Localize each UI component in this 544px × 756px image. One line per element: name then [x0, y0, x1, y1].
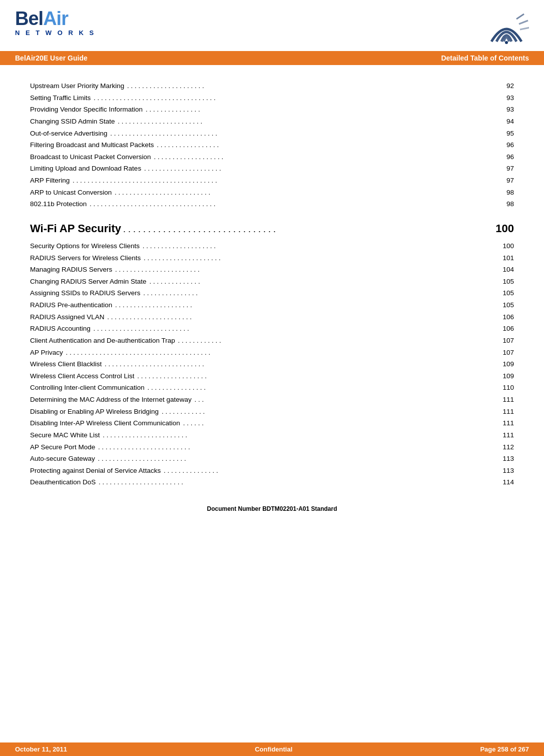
toc-row-deauth-dos: Deauthentication DoS . . . . . . . . . .… — [30, 476, 514, 488]
toc-page: 111 — [502, 406, 514, 418]
toc-row-changing-radius: Changing RADIUS Server Admin State . . .… — [30, 276, 514, 288]
toc-label: Wireless Client Access Control List — [30, 370, 135, 382]
footer-doc-number: Document Number BDTM02201-A01 Standard — [0, 503, 544, 514]
toc-dots: . . . . . . . . . . . . . . . . . . . — [136, 370, 502, 382]
footer-date: October 11, 2011 — [15, 745, 67, 753]
toc-label: Setting Traffic Limits — [30, 92, 91, 104]
toc-label: Limiting Upload and Download Rates — [30, 163, 141, 175]
section-heading-wifi-ap: Wi-Fi AP Security . . . . . . . . . . . … — [30, 222, 514, 235]
toc-label: Controlling Inter-client Communication — [30, 382, 145, 394]
toc-row-blacklist: Wireless Client Blacklist . . . . . . . … — [30, 358, 514, 370]
toc-page: 111 — [502, 417, 514, 429]
toc-row-denial-of-service: Protecting against Denial of Service Att… — [30, 465, 514, 477]
toc-page: 106 — [502, 323, 514, 335]
toc-row-vendor: Providing Vendor Specific Information . … — [30, 104, 514, 116]
toc-row-limiting: Limiting Upload and Download Rates . . .… — [30, 163, 514, 175]
toc-row-mac-address: Determining the MAC Address of the Inter… — [30, 394, 514, 406]
logo-bel: Bel — [15, 8, 43, 29]
toc-page: 101 — [502, 252, 514, 264]
toc-page: 109 — [502, 358, 514, 370]
toc-dots: . . . . . . . . . . . . . . . . . . . . … — [125, 80, 505, 92]
toc-row-ap-privacy: AP Privacy . . . . . . . . . . . . . . .… — [30, 347, 514, 359]
toc-dots: . . . . . . . . . . . . . . . . . . . . — [141, 240, 501, 252]
toc-label: Managing RADIUS Servers — [30, 264, 112, 276]
banner-title: BelAir20E User Guide — [15, 54, 88, 62]
toc-dots: . . . . . . . . . . . . . . . . . . . . … — [109, 128, 505, 140]
toc-row-client-auth: Client Authentication and De-authenticat… — [30, 335, 514, 347]
toc-page: 93 — [506, 104, 514, 116]
toc-row-ssid-admin: Changing SSID Admin State . . . . . . . … — [30, 116, 514, 128]
toc-row-broadcast: Broadcast to Unicast Packet Conversion .… — [30, 151, 514, 163]
toc-label: Wireless Client Blacklist — [30, 358, 102, 370]
orange-banner: BelAir20E User Guide Detailed Table of C… — [0, 51, 544, 65]
svg-line-2 — [519, 21, 528, 24]
toc-label: Filtering Broadcast and Multicast Packet… — [30, 139, 154, 151]
toc-label: Deauthentication DoS — [30, 476, 96, 488]
toc-page: 107 — [502, 347, 514, 359]
toc-label: RADIUS Accounting — [30, 323, 91, 335]
toc-dots: . . . . . . . . . . . . . . . . . . . . … — [142, 163, 505, 175]
toc-page: 109 — [502, 370, 514, 382]
toc-label: 802.11b Protection — [30, 198, 87, 210]
toc-dots: . . . . . . . . . . . . — [176, 335, 502, 347]
toc-dots: . . . . . . . . . . . . . . . . . . . . … — [116, 116, 505, 128]
svg-line-1 — [516, 14, 524, 19]
toc-label: ARP Filtering — [30, 175, 70, 187]
toc-page: 105 — [502, 287, 514, 299]
toc-dots: . . . . . . . . . . . . . . . . . . . . … — [113, 187, 505, 199]
toc-dots: . . . . . . . . . . . . . . . . . . . . … — [96, 453, 502, 465]
toc-label: Assigning SSIDs to RADIUS Servers — [30, 287, 141, 299]
toc-page: 94 — [506, 116, 514, 128]
toc-dots: . . . . . . . . . . . . . . . . . . . . … — [92, 323, 502, 335]
toc-label: AP Privacy — [30, 347, 63, 359]
footer: October 11, 2011 Confidential Page 258 o… — [0, 742, 544, 756]
toc-dots: . . . — [193, 394, 502, 406]
toc-label: Secure MAC White List — [30, 429, 100, 441]
toc-page: 95 — [506, 128, 514, 140]
toc-label: Client Authentication and De-authenticat… — [30, 335, 175, 347]
toc-page: 96 — [506, 139, 514, 151]
toc-page: 93 — [506, 92, 514, 104]
toc-row-arp-filtering: ARP Filtering . . . . . . . . . . . . . … — [30, 175, 514, 187]
toc-dots: . . . . . . . . . . . . . . . . . . . . … — [97, 476, 501, 488]
toc-dots: . . . . . . . . . . . . . . . . . — [155, 139, 505, 151]
toc-row-radius-servers: RADIUS Servers for Wireless Clients . . … — [30, 252, 514, 264]
footer-confidential: Confidential — [255, 745, 292, 753]
toc-dots: . . . . . . . . . . . . . . . . . . . . … — [92, 92, 505, 104]
toc-page: 107 — [502, 335, 514, 347]
toc-page: 104 — [502, 264, 514, 276]
toc-dots: . . . . . . . . . . . . . . — [148, 276, 502, 288]
toc-dots: . . . . . . . . . . . . . . . . . . . . … — [106, 311, 502, 323]
toc-row-radius-accounting: RADIUS Accounting . . . . . . . . . . . … — [30, 323, 514, 335]
toc-row-out-of-service: Out-of-service Advertising . . . . . . .… — [30, 128, 514, 140]
header: BelAir N E T W O R K S — [0, 0, 544, 51]
toc-dots: . . . . . . . . . . . . — [160, 406, 501, 418]
toc-row-assigning-ssids: Assigning SSIDs to RADIUS Servers . . . … — [30, 287, 514, 299]
section-heading-page: 100 — [495, 222, 514, 235]
toc-page: 111 — [502, 429, 514, 441]
toc-row-radius-preauth: RADIUS Pre-authentication . . . . . . . … — [30, 299, 514, 311]
logo-networks: N E T W O R K S — [15, 29, 96, 37]
toc-dots: . . . . . . . . . . . . . . . — [144, 104, 505, 116]
toc-dots: . . . . . . . . . . . . . . . . — [146, 382, 502, 394]
toc-label: RADIUS Pre-authentication — [30, 299, 112, 311]
toc-row-secure-mac: Secure MAC White List . . . . . . . . . … — [30, 429, 514, 441]
logo-air: Air — [43, 8, 68, 29]
toc-row-security-options: Security Options for Wireless Clients . … — [30, 240, 514, 252]
toc-label: Providing Vendor Specific Information — [30, 104, 143, 116]
wifi-signal-icon — [484, 9, 529, 44]
toc-dots: . . . . . . . . . . . . . . . . . . . — [152, 151, 505, 163]
toc-label: Disabling or Enabling AP Wireless Bridgi… — [30, 406, 159, 418]
toc-page: 98 — [506, 187, 514, 199]
toc-page: 97 — [506, 163, 514, 175]
toc-dots: . . . . . . . . . . . . . . . — [142, 287, 502, 299]
toc-dots: . . . . . . . . . . . . . . . . . . . . … — [64, 347, 502, 359]
toc-dots: . . . . . . . . . . . . . . . . . . . . … — [113, 299, 501, 311]
toc-dots: . . . . . . — [181, 417, 502, 429]
toc-page: 96 — [506, 151, 514, 163]
toc-dots: . . . . . . . . . . . . . . . . . . . . … — [71, 175, 505, 187]
toc-label: Changing SSID Admin State — [30, 116, 115, 128]
toc-row-auto-secure: Auto-secure Gateway . . . . . . . . . . … — [30, 453, 514, 465]
toc-page: 92 — [506, 80, 514, 92]
toc-row-secure-port: AP Secure Port Mode . . . . . . . . . . … — [30, 441, 514, 453]
